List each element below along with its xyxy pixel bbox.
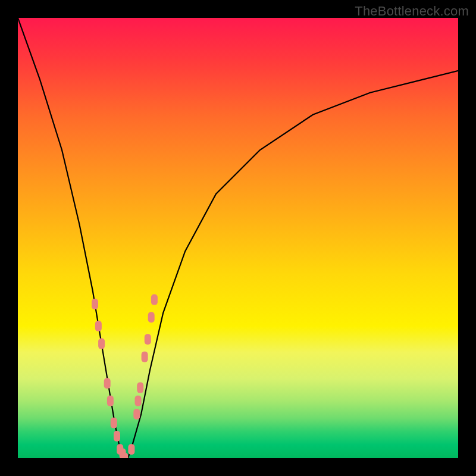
curve-marker bbox=[111, 418, 117, 428]
curve-marker bbox=[151, 295, 158, 305]
watermark-text: TheBottleneck.com bbox=[355, 4, 469, 19]
curve-marker bbox=[128, 444, 134, 455]
curve-marker bbox=[95, 321, 102, 331]
curve-marker bbox=[92, 299, 98, 309]
curve-marker bbox=[114, 431, 120, 441]
curve-marker bbox=[145, 334, 151, 345]
curve-marker bbox=[148, 312, 155, 322]
curve-marker bbox=[121, 453, 128, 458]
marker-group bbox=[92, 295, 158, 458]
curve-marker bbox=[133, 409, 140, 419]
curve-marker bbox=[98, 339, 105, 349]
curve-layer bbox=[18, 18, 458, 458]
curve-marker bbox=[135, 396, 142, 406]
curve-marker bbox=[107, 396, 114, 406]
curve-marker bbox=[104, 378, 111, 389]
curve-marker bbox=[137, 383, 143, 393]
curve-marker bbox=[142, 352, 148, 362]
chart-frame: TheBottleneck.com bbox=[0, 0, 476, 476]
bottleneck-curve bbox=[18, 18, 458, 458]
plot-area bbox=[18, 18, 458, 458]
